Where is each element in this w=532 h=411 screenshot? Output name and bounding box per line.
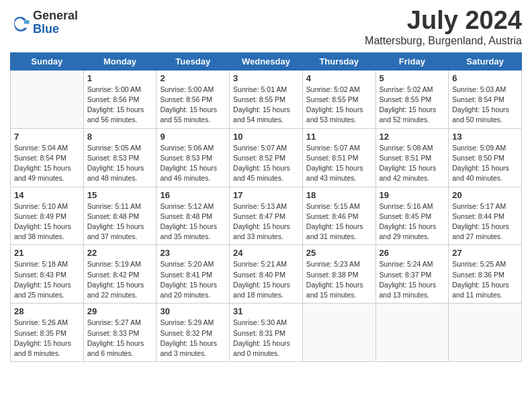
calendar-cell: 27Sunrise: 5:25 AM Sunset: 8:36 PM Dayli… xyxy=(449,245,522,304)
cell-info: Sunrise: 5:16 AM Sunset: 8:45 PM Dayligh… xyxy=(380,201,445,242)
calendar-cell: 14Sunrise: 5:10 AM Sunset: 8:49 PM Dayli… xyxy=(11,187,84,245)
cell-info: Sunrise: 5:08 AM Sunset: 8:51 PM Dayligh… xyxy=(380,143,445,184)
calendar-cell: 25Sunrise: 5:23 AM Sunset: 8:38 PM Dayli… xyxy=(302,245,375,304)
calendar-cell xyxy=(302,304,375,362)
weekday-header: Sunday xyxy=(11,52,84,70)
calendar-cell: 10Sunrise: 5:07 AM Sunset: 8:52 PM Dayli… xyxy=(230,128,303,187)
day-number: 21 xyxy=(14,248,80,258)
cell-info: Sunrise: 5:26 AM Sunset: 8:35 PM Dayligh… xyxy=(14,318,80,359)
calendar-week-row: 28Sunrise: 5:26 AM Sunset: 8:35 PM Dayli… xyxy=(11,304,522,362)
calendar-cell xyxy=(11,70,84,128)
day-number: 7 xyxy=(14,132,80,142)
weekday-header: Wednesday xyxy=(230,52,303,70)
cell-info: Sunrise: 5:17 AM Sunset: 8:44 PM Dayligh… xyxy=(452,201,518,242)
calendar-cell: 11Sunrise: 5:07 AM Sunset: 8:51 PM Dayli… xyxy=(302,128,375,187)
calendar-cell: 16Sunrise: 5:12 AM Sunset: 8:48 PM Dayli… xyxy=(157,187,230,245)
cell-info: Sunrise: 5:03 AM Sunset: 8:54 PM Dayligh… xyxy=(452,85,518,126)
calendar-cell: 15Sunrise: 5:11 AM Sunset: 8:48 PM Dayli… xyxy=(83,187,157,245)
day-number: 4 xyxy=(306,73,372,83)
calendar-cell: 23Sunrise: 5:20 AM Sunset: 8:41 PM Dayli… xyxy=(157,245,230,304)
cell-info: Sunrise: 5:15 AM Sunset: 8:46 PM Dayligh… xyxy=(306,201,372,242)
weekday-header: Tuesday xyxy=(157,52,230,70)
day-number: 2 xyxy=(160,73,226,83)
cell-info: Sunrise: 5:20 AM Sunset: 8:41 PM Dayligh… xyxy=(160,259,226,300)
cell-info: Sunrise: 5:19 AM Sunset: 8:42 PM Dayligh… xyxy=(87,259,153,300)
day-number: 1 xyxy=(87,73,153,83)
calendar-cell: 26Sunrise: 5:24 AM Sunset: 8:37 PM Dayli… xyxy=(375,245,449,304)
day-number: 16 xyxy=(160,190,226,200)
day-number: 6 xyxy=(452,73,518,83)
calendar-cell: 17Sunrise: 5:13 AM Sunset: 8:47 PM Dayli… xyxy=(230,187,303,245)
cell-info: Sunrise: 5:29 AM Sunset: 8:32 PM Dayligh… xyxy=(160,318,226,359)
day-number: 25 xyxy=(306,248,372,258)
calendar-week-row: 7Sunrise: 5:04 AM Sunset: 8:54 PM Daylig… xyxy=(11,128,522,187)
day-number: 30 xyxy=(160,306,226,316)
day-number: 31 xyxy=(233,306,299,316)
day-number: 18 xyxy=(306,190,372,200)
calendar-cell: 22Sunrise: 5:19 AM Sunset: 8:42 PM Dayli… xyxy=(83,245,157,304)
location-title: Mattersburg, Burgenland, Austria xyxy=(365,35,522,47)
cell-info: Sunrise: 5:00 AM Sunset: 8:56 PM Dayligh… xyxy=(160,85,226,126)
calendar-cell: 28Sunrise: 5:26 AM Sunset: 8:35 PM Dayli… xyxy=(11,304,84,362)
month-title: July 2024 xyxy=(365,7,522,35)
cell-info: Sunrise: 5:09 AM Sunset: 8:50 PM Dayligh… xyxy=(452,143,518,184)
header: General Blue July 2024 Mattersburg, Burg… xyxy=(10,7,522,47)
cell-info: Sunrise: 5:18 AM Sunset: 8:43 PM Dayligh… xyxy=(14,259,80,300)
day-number: 23 xyxy=(160,248,226,258)
calendar-week-row: 21Sunrise: 5:18 AM Sunset: 8:43 PM Dayli… xyxy=(11,245,522,304)
cell-info: Sunrise: 5:30 AM Sunset: 8:31 PM Dayligh… xyxy=(233,318,299,359)
calendar-cell: 8Sunrise: 5:05 AM Sunset: 8:53 PM Daylig… xyxy=(83,128,157,187)
calendar-cell xyxy=(375,304,449,362)
cell-info: Sunrise: 5:05 AM Sunset: 8:53 PM Dayligh… xyxy=(87,143,153,184)
cell-info: Sunrise: 5:04 AM Sunset: 8:54 PM Dayligh… xyxy=(14,143,80,184)
calendar-cell: 2Sunrise: 5:00 AM Sunset: 8:56 PM Daylig… xyxy=(157,70,230,128)
calendar-cell: 30Sunrise: 5:29 AM Sunset: 8:32 PM Dayli… xyxy=(157,304,230,362)
weekday-header: Monday xyxy=(83,52,157,70)
day-number: 5 xyxy=(380,73,445,83)
calendar-cell: 13Sunrise: 5:09 AM Sunset: 8:50 PM Dayli… xyxy=(449,128,522,187)
day-number: 26 xyxy=(380,248,445,258)
day-number: 8 xyxy=(87,132,153,142)
day-number: 12 xyxy=(380,132,445,142)
calendar-week-row: 14Sunrise: 5:10 AM Sunset: 8:49 PM Dayli… xyxy=(11,187,522,245)
cell-info: Sunrise: 5:27 AM Sunset: 8:33 PM Dayligh… xyxy=(87,318,153,359)
calendar-cell: 31Sunrise: 5:30 AM Sunset: 8:31 PM Dayli… xyxy=(230,304,303,362)
cell-info: Sunrise: 5:00 AM Sunset: 8:56 PM Dayligh… xyxy=(87,85,153,126)
calendar-cell: 6Sunrise: 5:03 AM Sunset: 8:54 PM Daylig… xyxy=(449,70,522,128)
calendar-cell: 1Sunrise: 5:00 AM Sunset: 8:56 PM Daylig… xyxy=(83,70,157,128)
calendar-cell: 12Sunrise: 5:08 AM Sunset: 8:51 PM Dayli… xyxy=(375,128,449,187)
calendar-cell: 24Sunrise: 5:21 AM Sunset: 8:40 PM Dayli… xyxy=(230,245,303,304)
title-area: July 2024 Mattersburg, Burgenland, Austr… xyxy=(365,7,522,47)
calendar-cell: 3Sunrise: 5:01 AM Sunset: 8:55 PM Daylig… xyxy=(230,70,303,128)
cell-info: Sunrise: 5:21 AM Sunset: 8:40 PM Dayligh… xyxy=(233,259,299,300)
calendar-cell: 7Sunrise: 5:04 AM Sunset: 8:54 PM Daylig… xyxy=(11,128,84,187)
cell-info: Sunrise: 5:24 AM Sunset: 8:37 PM Dayligh… xyxy=(380,259,445,300)
cell-info: Sunrise: 5:23 AM Sunset: 8:38 PM Dayligh… xyxy=(306,259,372,300)
cell-info: Sunrise: 5:10 AM Sunset: 8:49 PM Dayligh… xyxy=(14,201,80,242)
cell-info: Sunrise: 5:25 AM Sunset: 8:36 PM Dayligh… xyxy=(452,259,518,300)
calendar-cell: 18Sunrise: 5:15 AM Sunset: 8:46 PM Dayli… xyxy=(302,187,375,245)
weekday-header: Friday xyxy=(375,52,449,70)
day-number: 27 xyxy=(452,248,518,258)
calendar-cell: 20Sunrise: 5:17 AM Sunset: 8:44 PM Dayli… xyxy=(449,187,522,245)
logo-blue-text: Blue xyxy=(33,23,78,36)
day-number: 19 xyxy=(380,190,445,200)
calendar-cell: 29Sunrise: 5:27 AM Sunset: 8:33 PM Dayli… xyxy=(83,304,157,362)
day-number: 11 xyxy=(306,132,372,142)
cell-info: Sunrise: 5:02 AM Sunset: 8:55 PM Dayligh… xyxy=(306,85,372,126)
calendar-week-row: 1Sunrise: 5:00 AM Sunset: 8:56 PM Daylig… xyxy=(11,70,522,128)
cell-info: Sunrise: 5:13 AM Sunset: 8:47 PM Dayligh… xyxy=(233,201,299,242)
cell-info: Sunrise: 5:01 AM Sunset: 8:55 PM Dayligh… xyxy=(233,85,299,126)
cell-info: Sunrise: 5:11 AM Sunset: 8:48 PM Dayligh… xyxy=(87,201,153,242)
day-number: 13 xyxy=(452,132,518,142)
calendar-cell: 5Sunrise: 5:02 AM Sunset: 8:55 PM Daylig… xyxy=(375,70,449,128)
day-number: 17 xyxy=(233,190,299,200)
day-number: 28 xyxy=(14,306,80,316)
logo-icon xyxy=(10,13,30,33)
calendar-cell: 9Sunrise: 5:06 AM Sunset: 8:53 PM Daylig… xyxy=(157,128,230,187)
calendar-table: SundayMondayTuesdayWednesdayThursdayFrid… xyxy=(10,52,522,362)
day-number: 14 xyxy=(14,190,80,200)
day-number: 10 xyxy=(233,132,299,142)
logo-general-text: General xyxy=(33,9,78,23)
cell-info: Sunrise: 5:02 AM Sunset: 8:55 PM Dayligh… xyxy=(380,85,445,126)
